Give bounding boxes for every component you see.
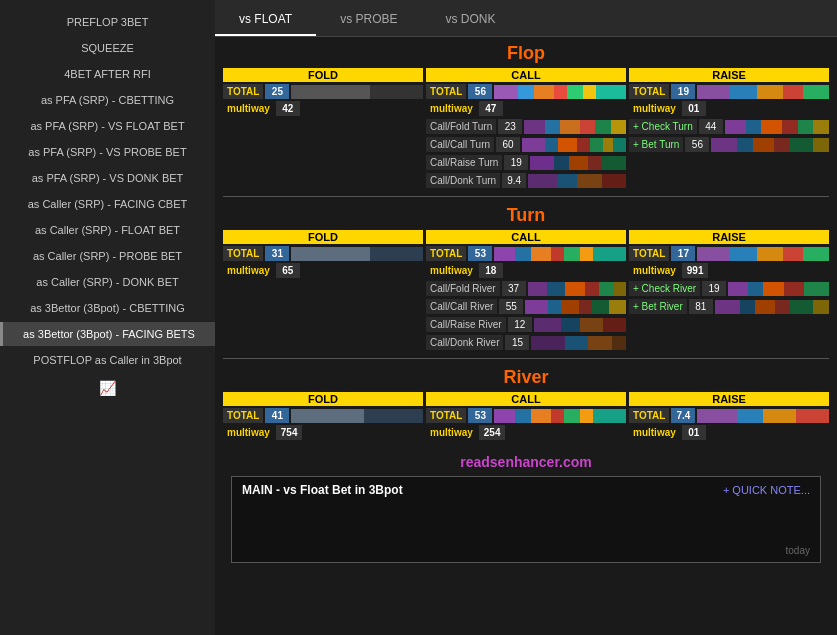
flop-fold-bar	[291, 85, 423, 99]
flop-call-total-label: TOTAL	[426, 84, 466, 99]
flop-check-turn-row: + Check Turn 44	[629, 119, 829, 134]
flop-stats-grid: FOLD TOTAL 25 multiway 42	[223, 68, 829, 188]
turn-fold-multiway-label: multiway	[223, 263, 274, 278]
tab-vs-donk[interactable]: vs DONK	[421, 4, 519, 36]
turn-call-total-row: TOTAL 53	[426, 246, 626, 261]
flop-call-fold-turn-label: Call/Fold Turn	[426, 119, 496, 134]
turn-call-total-value: 53	[468, 246, 492, 261]
sidebar-item-pfa-donk[interactable]: as PFA (SRP) - VS DONK BET	[0, 166, 215, 190]
flop-fold-header: FOLD	[223, 68, 423, 82]
flop-divider	[223, 196, 829, 197]
river-title: River	[223, 367, 829, 388]
flop-call-multiway-value: 47	[479, 101, 503, 116]
river-raise-total-value: 7.4	[671, 408, 695, 423]
turn-call-raise-river-label: Call/Raise River	[426, 317, 506, 332]
flop-call-multiway-row: multiway 47	[426, 101, 626, 116]
river-call-header: CALL	[426, 392, 626, 406]
turn-br-bar	[715, 300, 829, 314]
flop-fold-multiway-value: 42	[276, 101, 300, 116]
flop-call-donk-turn-label: Call/Donk Turn	[426, 173, 500, 188]
river-fold-multiway-label: multiway	[223, 425, 274, 440]
note-body[interactable]	[242, 501, 810, 541]
flop-fold-multiway-row: multiway 42	[223, 101, 423, 116]
flop-call-col: CALL TOTAL 56	[426, 68, 626, 188]
main-content: vs FLOAT vs PROBE vs DONK Flop FOLD TOTA…	[215, 0, 837, 635]
river-fold-multiway-value: 754	[276, 425, 303, 440]
river-call-bar	[494, 409, 626, 423]
flop-raise-bar	[697, 85, 829, 99]
river-raise-multiway-label: multiway	[629, 425, 680, 440]
turn-check-river-value: 19	[702, 281, 726, 296]
turn-call-raise-river-value: 12	[508, 317, 532, 332]
river-raise-multiway-row: multiway 01	[629, 425, 829, 440]
sidebar-item-4bet[interactable]: 4BET AFTER RFI	[0, 62, 215, 86]
turn-call-total-label: TOTAL	[426, 246, 466, 261]
river-raise-bar	[697, 409, 829, 423]
sidebar-item-pfa-float[interactable]: as PFA (SRP) - VS FLOAT BET	[0, 114, 215, 138]
turn-bet-river-label: + Bet River	[629, 299, 687, 314]
turn-call-call-river-label: Call/Call River	[426, 299, 497, 314]
river-stats-grid: FOLD TOTAL 41 multiway 754	[223, 392, 829, 440]
sidebar-item-caller-probe[interactable]: as Caller (SRP) - PROBE BET	[0, 244, 215, 268]
flop-call-header: CALL	[426, 68, 626, 82]
sidebar-item-squeeze[interactable]: SQUEEZE	[0, 36, 215, 60]
note-box[interactable]: MAIN - vs Float Bet in 3Bpot + QUICK NOT…	[231, 476, 821, 563]
note-quick-button[interactable]: + QUICK NOTE...	[723, 484, 810, 496]
flop-fold-total-value: 25	[265, 84, 289, 99]
river-raise-col: RAISE TOTAL 7.4 multiway 01	[629, 392, 829, 440]
note-title: MAIN - vs Float Bet in 3Bpot	[242, 483, 403, 497]
turn-check-river-row: + Check River 19	[629, 281, 829, 296]
turn-fold-col: FOLD TOTAL 31 multiway 65	[223, 230, 423, 350]
tab-vs-float[interactable]: vs FLOAT	[215, 4, 316, 36]
turn-raise-total-label: TOTAL	[629, 246, 669, 261]
sidebar-item-pfa-cbet[interactable]: as PFA (SRP) - CBETTING	[0, 88, 215, 112]
tab-vs-probe[interactable]: vs PROBE	[316, 4, 421, 36]
flop-raise-multiway-row: multiway 01	[629, 101, 829, 116]
turn-raise-header: RAISE	[629, 230, 829, 244]
turn-section: Turn FOLD TOTAL 31 multiway	[223, 205, 829, 350]
sidebar-item-preflop3bet[interactable]: PREFLOP 3BET	[0, 10, 215, 34]
turn-fold-multiway-row: multiway 65	[223, 263, 423, 278]
sidebar-item-caller-float[interactable]: as Caller (SRP) - FLOAT BET	[0, 218, 215, 242]
flop-raise-multiway-label: multiway	[629, 101, 680, 116]
turn-crr-bar	[534, 318, 626, 332]
flop-call-donk-turn-row: Call/Donk Turn 9.4	[426, 173, 626, 188]
sidebar-item-pfa-probe[interactable]: as PFA (SRP) - VS PROBE BET	[0, 140, 215, 164]
sidebar-item-postflop-caller[interactable]: POSTFLOP as Caller in 3Bpot	[0, 348, 215, 372]
turn-fold-multiway-value: 65	[276, 263, 300, 278]
turn-cdr-bar	[531, 336, 626, 350]
sidebar-item-3bet-facing[interactable]: as 3Bettor (3Bpot) - FACING BETS	[0, 322, 215, 346]
turn-call-donk-river-row: Call/Donk River 15	[426, 335, 626, 350]
flop-title: Flop	[223, 43, 829, 64]
flop-cdt-bar	[528, 174, 626, 188]
turn-cr-bar	[728, 282, 829, 296]
turn-raise-col: RAISE TOTAL 17 multiway	[629, 230, 829, 350]
flop-ct-bar	[725, 120, 829, 134]
flop-raise-total-value: 19	[671, 84, 695, 99]
turn-call-header: CALL	[426, 230, 626, 244]
flop-raise-total-label: TOTAL	[629, 84, 669, 99]
river-call-multiway-row: multiway 254	[426, 425, 626, 440]
turn-ccr-bar	[525, 300, 626, 314]
turn-fold-header: FOLD	[223, 230, 423, 244]
flop-call-fold-turn-value: 23	[498, 119, 522, 134]
turn-call-call-river-row: Call/Call River 55	[426, 299, 626, 314]
sidebar-item-caller-donk[interactable]: as Caller (SRP) - DONK BET	[0, 270, 215, 294]
river-fold-total-label: TOTAL	[223, 408, 263, 423]
turn-divider	[223, 358, 829, 359]
turn-check-river-label: + Check River	[629, 281, 700, 296]
turn-stats-grid: FOLD TOTAL 31 multiway 65	[223, 230, 829, 350]
river-fold-bar	[291, 409, 423, 423]
flop-call-total-row: TOTAL 56	[426, 84, 626, 99]
river-fold-total-row: TOTAL 41	[223, 408, 423, 423]
sections: Flop FOLD TOTAL 25 multiway	[215, 37, 837, 577]
sidebar-item-caller-cbet[interactable]: as Caller (SRP) - FACING CBET	[0, 192, 215, 216]
turn-raise-total-row: TOTAL 17	[629, 246, 829, 261]
turn-raise-total-value: 17	[671, 246, 695, 261]
flop-call-raise-turn-value: 19	[504, 155, 528, 170]
turn-call-donk-river-label: Call/Donk River	[426, 335, 503, 350]
sidebar: PREFLOP 3BET SQUEEZE 4BET AFTER RFI as P…	[0, 0, 215, 635]
river-fold-total-value: 41	[265, 408, 289, 423]
sidebar-item-3bet-cbet[interactable]: as 3Bettor (3Bpot) - CBETTING	[0, 296, 215, 320]
turn-call-fold-river-label: Call/Fold River	[426, 281, 500, 296]
